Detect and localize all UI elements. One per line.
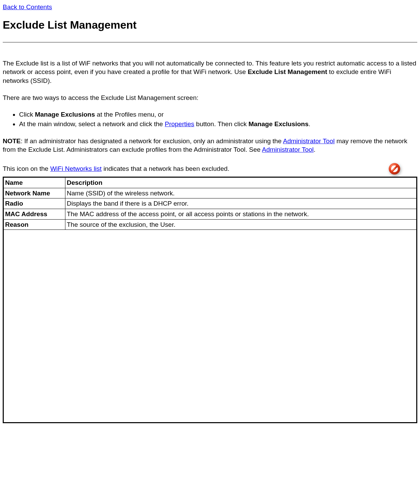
table-row: Network Name Name (SSID) of the wireless… bbox=[3, 188, 417, 198]
intro-paragraph: The Exclude list is a list of WiF networ… bbox=[3, 59, 417, 85]
list-item: Click Manage Exclusions at the Profiles … bbox=[19, 110, 417, 119]
table-row: Radio Displays the band if there is a DH… bbox=[3, 198, 417, 209]
administrator-tool-link-1[interactable]: Administrator Tool bbox=[283, 137, 335, 145]
table-cell-name: Radio bbox=[3, 198, 65, 209]
back-to-contents-link[interactable]: Back to Contents bbox=[3, 3, 52, 11]
exclude-icon bbox=[388, 162, 401, 175]
page-title: Exclude List Management bbox=[3, 18, 417, 32]
bullet1-post: at the Profiles menu, or bbox=[95, 111, 164, 118]
intro-bold: Exclude List Management bbox=[248, 68, 327, 75]
note-label: NOTE bbox=[3, 137, 21, 145]
definitions-table: Name Description Network Name Name (SSID… bbox=[3, 177, 417, 423]
bullet2-bold: Manage Exclusions bbox=[248, 120, 308, 128]
table-spacer-cell bbox=[3, 230, 417, 423]
note-part1: : If an administrator has designated a n… bbox=[21, 137, 283, 145]
table-row: Reason The source of the exclusion, the … bbox=[3, 219, 417, 230]
icon-description-text: This icon on the WiFi Networks list indi… bbox=[3, 164, 229, 173]
divider bbox=[3, 42, 417, 43]
table-cell-description: Name (SSID) of the wireless network. bbox=[65, 188, 417, 198]
access-list: Click Manage Exclusions at the Profiles … bbox=[3, 110, 417, 128]
access-intro: There are two ways to access the Exclude… bbox=[3, 93, 417, 102]
bullet2-post: . bbox=[309, 120, 310, 128]
table-cell-description: The MAC address of the access point, or … bbox=[65, 209, 417, 219]
note-paragraph: NOTE: If an administrator has designated… bbox=[3, 137, 417, 154]
properties-link[interactable]: Properties bbox=[165, 120, 195, 128]
table-cell-name: Reason bbox=[3, 219, 65, 230]
icon-post: indicates that a network has been exclud… bbox=[102, 165, 229, 172]
table-row: MAC Address The MAC address of the acces… bbox=[3, 209, 417, 219]
table-cell-name: Network Name bbox=[3, 188, 65, 198]
table-header-description: Description bbox=[65, 177, 417, 188]
icon-description-row: This icon on the WiFi Networks list indi… bbox=[3, 162, 417, 175]
note-part3: . bbox=[314, 146, 315, 153]
icon-pre: This icon on the bbox=[3, 165, 50, 172]
bullet1-pre: Click bbox=[19, 111, 35, 118]
bullet2-pre: At the main window, select a network and… bbox=[19, 120, 165, 128]
table-header-row: Name Description bbox=[3, 177, 417, 188]
table-spacer-row bbox=[3, 230, 417, 423]
wifi-networks-list-link[interactable]: WiFi Networks list bbox=[50, 165, 102, 172]
administrator-tool-link-2[interactable]: Administrator Tool bbox=[262, 146, 314, 153]
table-header-name: Name bbox=[3, 177, 65, 188]
table-cell-description: Displays the band if there is a DHCP err… bbox=[65, 198, 417, 209]
bullet1-bold: Manage Exclusions bbox=[35, 111, 95, 118]
bullet2-mid: button. Then click bbox=[194, 120, 248, 128]
table-cell-name: MAC Address bbox=[3, 209, 65, 219]
list-item: At the main window, select a network and… bbox=[19, 120, 417, 129]
table-cell-description: The source of the exclusion, the User. bbox=[65, 219, 417, 230]
